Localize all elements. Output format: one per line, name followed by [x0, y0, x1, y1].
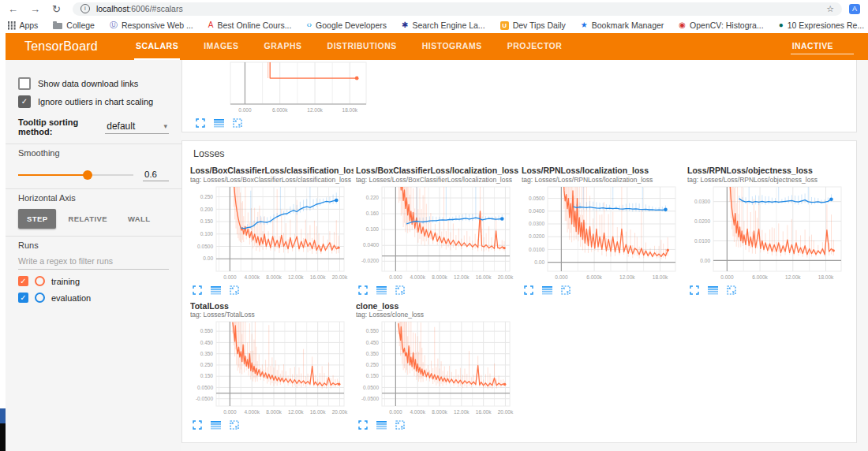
chart-plot[interactable]: 0.0004.000k8.000k12.00k16.00k20.00k-0.02…	[356, 184, 514, 282]
bookmark-item[interactable]: ●10 Expresiones Re...	[779, 20, 865, 30]
tooltip-sorting-value: default	[107, 121, 135, 132]
svg-text:20.00k: 20.00k	[332, 274, 348, 280]
run-checkbox-evaluation[interactable]: ✓	[18, 293, 28, 303]
runs-regex-input[interactable]: Write a regex to filter runs	[18, 252, 169, 270]
smoothing-slider[interactable]	[18, 174, 133, 176]
toggle-y-axis-icon[interactable]	[708, 285, 718, 295]
slider-knob[interactable]	[83, 170, 92, 180]
axis-buttons: STEPRELATIVEWALL	[18, 209, 169, 229]
show-download-links-checkbox[interactable]	[18, 77, 31, 90]
forward-icon[interactable]: →	[30, 4, 40, 14]
fullscreen-icon[interactable]	[690, 285, 699, 295]
toggle-y-axis-icon[interactable]	[376, 420, 387, 430]
bookmark-star-icon[interactable]: ☆	[826, 4, 834, 14]
bookmark-label: Responsive Web ...	[122, 20, 193, 30]
extension-icon[interactable]: A	[849, 4, 860, 14]
expand-icon[interactable]	[561, 285, 571, 295]
chart-actions	[193, 115, 856, 128]
bookmark-item[interactable]: UDev Tips Daily	[500, 20, 566, 30]
page-info-icon[interactable]: i	[80, 4, 90, 13]
chart-tag: tag: Losses/clone_loss	[356, 311, 519, 319]
svg-text:12.00k: 12.00k	[619, 274, 635, 280]
expand-icon[interactable]	[727, 285, 736, 295]
svg-text:0.200: 0.200	[200, 206, 214, 211]
chart-plot[interactable]: 0.0006.000k12.00k18.00k0.000.01000.02000…	[522, 184, 679, 282]
smoothing-value[interactable]: 0.6	[143, 169, 169, 181]
losses-section-card: Losses Loss/BoxClassifierLoss/classifica…	[181, 140, 857, 443]
svg-text:0.0500: 0.0500	[529, 195, 544, 200]
ignore-outliers-checkbox[interactable]: ✓	[18, 95, 31, 108]
axis-button-relative[interactable]: RELATIVE	[59, 209, 115, 229]
fullscreen-icon[interactable]	[193, 420, 202, 430]
tab-projector[interactable]: PROJECTOR	[506, 33, 564, 60]
axis-button-step[interactable]: STEP	[18, 209, 56, 229]
toggle-y-axis-icon[interactable]	[211, 420, 221, 430]
expand-icon[interactable]	[395, 285, 405, 295]
expand-icon[interactable]	[230, 420, 239, 430]
chart-plot[interactable]: 0.0004.000k8.000k12.00k16.00k20.00k-0.05…	[356, 319, 514, 417]
svg-text:16.00k: 16.00k	[310, 409, 326, 415]
bookmark-item[interactable]: ABest Online Cours...	[208, 20, 292, 30]
svg-text:12.00k: 12.00k	[288, 409, 304, 415]
svg-text:8.000k: 8.000k	[432, 409, 447, 415]
fullscreen-icon[interactable]	[524, 285, 533, 295]
run-checkbox-training[interactable]: ✓	[18, 276, 28, 286]
svg-text:0.100: 0.100	[200, 231, 214, 237]
tab-images[interactable]: IMAGES	[202, 33, 240, 60]
bookmark-item[interactable]: Apps	[8, 20, 38, 30]
fullscreen-icon[interactable]	[193, 285, 202, 295]
partial-chart-plot[interactable]: 0.0006.000k12.00k18.00k	[204, 60, 370, 115]
chevron-down-icon: ▾	[163, 122, 167, 130]
scalar-chart-card: TotalLoss tag: Losses/TotalLoss 0.0004.0…	[190, 301, 354, 430]
section-title[interactable]: Losses	[182, 141, 856, 164]
svg-text:6.000k: 6.000k	[272, 107, 288, 113]
tab-distributions[interactable]: DISTRIBUTIONS	[326, 33, 398, 60]
svg-text:0.160: 0.160	[366, 211, 380, 216]
bookmark-favicon: A	[208, 21, 214, 29]
toggle-y-axis-icon[interactable]	[376, 285, 387, 295]
run-label: training	[51, 277, 80, 286]
address-bar[interactable]: i localhost :6006/#scalars ☆	[73, 2, 842, 16]
expand-icon[interactable]	[230, 285, 239, 295]
chart-plot[interactable]: 0.0004.000k8.000k12.00k16.00k20.00k0.000…	[190, 184, 348, 282]
expand-icon[interactable]	[233, 118, 242, 128]
svg-text:0.0500: 0.0500	[197, 243, 213, 248]
tensorboard-header: TensorBoard SCALARSIMAGESGRAPHSDISTRIBUT…	[6, 33, 868, 60]
bookmark-item[interactable]: ✱Search Engine La...	[402, 20, 485, 30]
url-host: localhost	[96, 4, 129, 13]
bookmark-item[interactable]: ‹›Google Developers	[306, 20, 387, 30]
svg-text:18.00k: 18.00k	[653, 274, 668, 280]
axis-button-wall[interactable]: WALL	[119, 209, 159, 229]
bookmark-item[interactable]: ◉OpenCV: Histogra...	[679, 20, 763, 30]
fullscreen-icon[interactable]	[358, 285, 368, 295]
tab-histograms[interactable]: HISTOGRAMS	[421, 33, 484, 60]
screen: ← → ↻ i localhost :6006/#scalars ☆ A App…	[0, 0, 868, 451]
expand-icon[interactable]	[395, 420, 405, 430]
reload-icon[interactable]: ↻	[52, 4, 61, 14]
chart-title: Loss/BoxClassifierLoss/classification_lo…	[190, 166, 354, 176]
toggle-y-axis-icon[interactable]	[211, 285, 221, 295]
toggle-y-axis-icon[interactable]	[542, 285, 552, 295]
tab-graphs[interactable]: GRAPHS	[263, 33, 304, 60]
left-edge-blue-block	[0, 408, 6, 423]
bookmark-label: Search Engine La...	[412, 20, 485, 30]
back-icon[interactable]: ←	[8, 4, 18, 14]
chart-tag: tag: Losses/Loss/RPNLoss/objectness_loss	[687, 176, 851, 184]
show-download-links-label: Show data download links	[38, 79, 138, 88]
run-color-swatch[interactable]	[35, 293, 45, 303]
tab-scalars[interactable]: SCALARS	[134, 33, 180, 60]
fullscreen-icon[interactable]	[358, 420, 368, 430]
chart-plot[interactable]: 0.0006.000k12.00k18.00k0.000.01000.02000…	[687, 184, 845, 282]
tooltip-sorting-select[interactable]: default ▾	[105, 120, 169, 134]
chart-plot[interactable]: 0.0004.000k8.000k12.00k16.00k20.00k-0.05…	[190, 319, 348, 417]
bookmark-item[interactable]: College	[53, 20, 95, 30]
bookmark-item[interactable]: ★Bookmark Manager	[581, 20, 664, 30]
bookmark-item[interactable]: ⓊResponsive Web ...	[110, 20, 193, 30]
toggle-y-axis-icon[interactable]	[214, 118, 224, 128]
svg-text:18.00k: 18.00k	[342, 107, 358, 113]
run-color-swatch[interactable]	[35, 276, 45, 286]
app-title: TensorBoard	[24, 39, 98, 54]
svg-text:12.00k: 12.00k	[454, 274, 470, 280]
status-inactive[interactable]: INACTIVE	[791, 39, 854, 54]
fullscreen-icon[interactable]	[196, 118, 205, 128]
